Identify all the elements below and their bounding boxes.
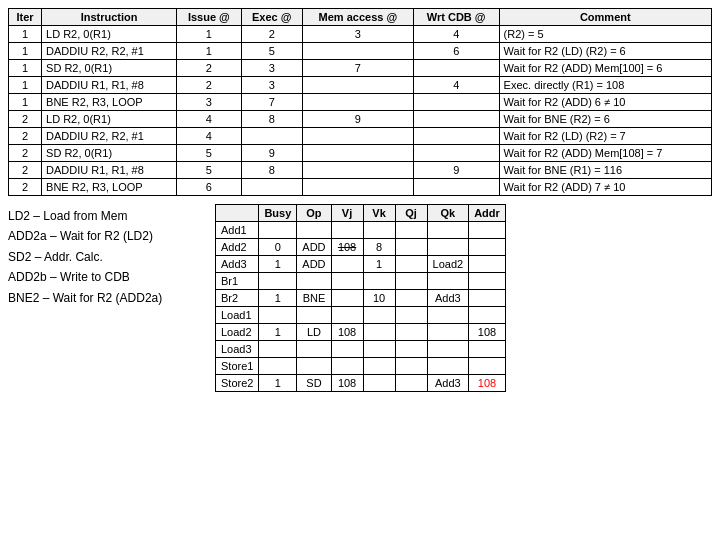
cell-vj	[331, 273, 363, 290]
cell-qk	[427, 341, 469, 358]
cell-busy: 1	[259, 375, 297, 392]
cell-qk	[427, 358, 469, 375]
cell-instruction: DADDIU R1, R1, #8	[42, 162, 177, 179]
col-header	[216, 205, 259, 222]
cell-addr	[469, 256, 506, 273]
table-row: 2 DADDIU R1, R1, #8 5 8 9 Wait for BNE (…	[9, 162, 712, 179]
cell-qk	[427, 307, 469, 324]
cycle-line: LD2 – Load from Mem	[8, 206, 203, 226]
cell-mem: 9	[302, 111, 413, 128]
cell-issue: 1	[177, 43, 241, 60]
cell-exec: 3	[241, 77, 302, 94]
cell-qk	[427, 324, 469, 341]
cell-op	[297, 307, 331, 324]
cycle-text: LD2 – Load from MemADD2a – Wait for R2 (…	[8, 204, 203, 308]
cell-wrtcdb	[413, 128, 499, 145]
col-header: Qj	[395, 205, 427, 222]
cell-qj	[395, 375, 427, 392]
cell-addr	[469, 290, 506, 307]
list-item: Add1	[216, 222, 506, 239]
cell-issue: 5	[177, 145, 241, 162]
cell-wrtcdb: 4	[413, 26, 499, 43]
cell-exec: 7	[241, 94, 302, 111]
table-row: 2 LD R2, 0(R1) 4 8 9 Wait for BNE (R2) =…	[9, 111, 712, 128]
col-comment: Comment	[499, 9, 711, 26]
cell-vj: 108	[331, 375, 363, 392]
cell-vk: 10	[363, 290, 395, 307]
cell-op: BNE	[297, 290, 331, 307]
cell-qj	[395, 273, 427, 290]
cell-exec: 3	[241, 60, 302, 77]
cell-issue: 4	[177, 111, 241, 128]
table-row: 2 DADDIU R2, R2, #1 4 Wait for R2 (LD) (…	[9, 128, 712, 145]
table-row: 2 BNE R2, R3, LOOP 6 Wait for R2 (ADD) 7…	[9, 179, 712, 196]
cell-qk	[427, 222, 469, 239]
table-row: 2 SD R2, 0(R1) 5 9 Wait for R2 (ADD) Mem…	[9, 145, 712, 162]
cell-wrtcdb	[413, 94, 499, 111]
cell-mem	[302, 145, 413, 162]
cell-instruction: SD R2, 0(R1)	[42, 145, 177, 162]
cell-label: Load2	[216, 324, 259, 341]
cell-qj	[395, 324, 427, 341]
col-header: Addr	[469, 205, 506, 222]
cell-op: LD	[297, 324, 331, 341]
cell-vj: 108	[331, 239, 363, 256]
cell-busy: 0	[259, 239, 297, 256]
cell-addr	[469, 239, 506, 256]
cell-vk	[363, 222, 395, 239]
cell-vk	[363, 324, 395, 341]
cell-wrtcdb: 4	[413, 77, 499, 94]
cell-issue: 3	[177, 94, 241, 111]
cell-busy	[259, 341, 297, 358]
cycle-line: ADD2a – Wait for R2 (LD2)	[8, 226, 203, 246]
instruction-table: Iter Instruction Issue @ Exec @ Mem acce…	[8, 8, 712, 196]
cell-issue: 2	[177, 77, 241, 94]
cell-vk: 8	[363, 239, 395, 256]
col-issue: Issue @	[177, 9, 241, 26]
cell-exec	[241, 179, 302, 196]
cell-label: Br2	[216, 290, 259, 307]
col-iter: Iter	[9, 9, 42, 26]
cell-label: Load3	[216, 341, 259, 358]
cell-busy	[259, 307, 297, 324]
cell-iter: 1	[9, 94, 42, 111]
bottom-section: LD2 – Load from MemADD2a – Wait for R2 (…	[8, 204, 712, 392]
cell-qk: Load2	[427, 256, 469, 273]
cell-mem: 7	[302, 60, 413, 77]
cell-wrtcdb: 9	[413, 162, 499, 179]
cell-wrtcdb	[413, 179, 499, 196]
list-item: Load3	[216, 341, 506, 358]
cell-instruction: BNE R2, R3, LOOP	[42, 94, 177, 111]
list-item: Store1	[216, 358, 506, 375]
cell-issue: 5	[177, 162, 241, 179]
cell-busy: 1	[259, 290, 297, 307]
cell-vk	[363, 375, 395, 392]
cell-vk	[363, 307, 395, 324]
cell-op: SD	[297, 375, 331, 392]
cell-qk	[427, 239, 469, 256]
addr-value: 108	[478, 377, 496, 389]
table-row: 1 DADDIU R2, R2, #1 1 5 6 Wait for R2 (L…	[9, 43, 712, 60]
cell-addr	[469, 273, 506, 290]
cell-op	[297, 222, 331, 239]
cell-exec: 9	[241, 145, 302, 162]
cell-issue: 4	[177, 128, 241, 145]
vj-value: 108	[338, 241, 356, 253]
cell-iter: 2	[9, 162, 42, 179]
col-header: Vj	[331, 205, 363, 222]
cell-addr	[469, 307, 506, 324]
cell-mem	[302, 94, 413, 111]
cell-qj	[395, 290, 427, 307]
cycle-line: BNE2 – Wait for R2 (ADD2a)	[8, 288, 203, 308]
cell-label: Add2	[216, 239, 259, 256]
cell-mem	[302, 43, 413, 60]
cell-comment: Wait for R2 (ADD) Mem[108] = 7	[499, 145, 711, 162]
cell-exec: 8	[241, 111, 302, 128]
cell-busy	[259, 222, 297, 239]
cell-issue: 6	[177, 179, 241, 196]
cell-comment: Wait for R2 (LD) (R2) = 7	[499, 128, 711, 145]
col-instruction: Instruction	[42, 9, 177, 26]
col-header: Busy	[259, 205, 297, 222]
cell-qj	[395, 358, 427, 375]
cell-instruction: DADDIU R2, R2, #1	[42, 43, 177, 60]
